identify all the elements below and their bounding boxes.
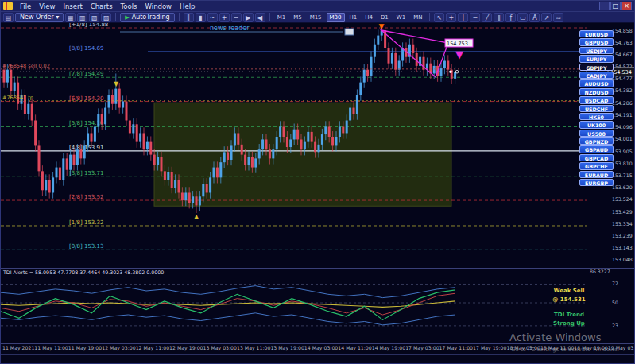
news-reader-icon[interactable]: [345, 29, 354, 35]
zoom-out-icon[interactable]: −: [231, 13, 242, 22]
symbol-button-usdchf[interactable]: USDCHF: [579, 105, 614, 112]
new-chart-icon[interactable]: ▤: [3, 13, 14, 22]
menu-help[interactable]: Help: [176, 2, 199, 10]
profiles-icon[interactable]: ▦: [65, 13, 76, 22]
close-button[interactable]: ×: [621, 2, 632, 10]
shapes-icon[interactable]: ▭: [517, 13, 528, 22]
time-axis[interactable]: 11 May 202111 May 11:0011 May 19:0012 Ma…: [2, 345, 585, 350]
time-axis-label: 11 May 2021: [2, 345, 34, 350]
tdi-rsi-price-line: [1, 290, 455, 320]
symbol-button-hk50[interactable]: HK50: [579, 113, 614, 120]
terminal-icon[interactable]: ▨: [101, 13, 111, 22]
peak-arrow[interactable]: ▼: [379, 23, 385, 30]
price-axis-label: 153.905: [612, 149, 633, 154]
chart-window[interactable]: [+1/8] 154.88[8/8] 154.69[7/8] 154.49[6/…: [1, 23, 635, 364]
price-axis-label: 154.191: [612, 112, 633, 118]
symbol-button-uk100[interactable]: UK100: [579, 121, 614, 128]
magenta-signal-arrow[interactable]: ▼: [455, 48, 463, 60]
trendline-icon[interactable]: ╱: [482, 13, 492, 22]
arrows-icon[interactable]: ↗: [541, 13, 552, 22]
symbol-button-gbpnzd[interactable]: GBPNZD: [579, 137, 614, 145]
autotrading-button[interactable]: ▶AutoTrading: [120, 13, 174, 22]
symbol-button-cadjpy[interactable]: CADJPY: [579, 72, 614, 79]
symbol-button-usdjpy[interactable]: USDJPY: [579, 47, 614, 54]
symbol-button-eurjpy[interactable]: EURJPY: [579, 55, 614, 62]
time-axis-label: 17 May 03:00: [405, 345, 439, 350]
maximize-button[interactable]: □: [610, 2, 621, 10]
timeframe-d1[interactable]: D1: [378, 13, 392, 22]
chart-shift-icon[interactable]: ◀: [255, 13, 265, 22]
timeframe-m15[interactable]: M15: [307, 13, 325, 22]
tdi-lower-band: [1, 313, 455, 325]
timeframe-m30[interactable]: M30: [327, 13, 345, 22]
time-axis-label: 14 May 19:00: [372, 345, 405, 350]
menu-file[interactable]: File: [16, 2, 35, 10]
tdi-level-label: 50: [612, 300, 618, 305]
menu-items: FileViewInsertChartsToolsWindowHelp: [16, 2, 199, 10]
symbol-button-eurusd[interactable]: EURUSD: [579, 30, 614, 37]
vertical-line-icon[interactable]: │: [458, 13, 468, 22]
minimize-button[interactable]: —: [599, 2, 610, 10]
murrey-level-label: [2/8] 153.52: [69, 194, 103, 200]
crosshair-icon[interactable]: +: [446, 13, 456, 22]
navigator-icon[interactable]: ▧: [89, 13, 99, 22]
timeframe-h1[interactable]: H1: [347, 13, 361, 22]
timeframe-m5[interactable]: M5: [290, 13, 305, 22]
symbol-button-usdcad[interactable]: USDCAD: [579, 96, 614, 103]
current-price-tag-label: 154.534: [610, 69, 632, 76]
price-axis-label: 154.382: [612, 87, 633, 93]
menu-charts[interactable]: Charts: [87, 2, 117, 10]
symbol-button-gbpjpy[interactable]: GBPJPY: [579, 64, 614, 71]
menu-insert[interactable]: Insert: [59, 2, 86, 10]
bar-chart-icon[interactable]: ║: [184, 13, 194, 22]
time-axis-label: 11 May 19:00: [68, 345, 102, 350]
horizontal-line-icon[interactable]: ─: [470, 13, 480, 22]
symbol-button-us500[interactable]: US500: [579, 130, 614, 137]
timeframe-h4[interactable]: H4: [362, 13, 376, 22]
menu-tools[interactable]: Tools: [117, 2, 141, 10]
indicators-icon[interactable]: ≈: [553, 13, 563, 22]
tdi-scale-top-label: 86.3227: [590, 269, 610, 274]
time-axis-label: 14 May 11:00: [338, 345, 371, 350]
line-chart-icon[interactable]: ~: [207, 13, 218, 22]
timeframe-w1[interactable]: W1: [393, 13, 408, 22]
symbol-button-gbpcad[interactable]: GBPCAD: [579, 154, 614, 161]
timeframe-mn[interactable]: MN: [410, 13, 425, 22]
range-box[interactable]: [154, 103, 451, 206]
new-order-button[interactable]: New Order ▾: [15, 13, 64, 22]
murrey-level-label: [3/8] 153.71: [69, 170, 103, 176]
auto-scroll-icon[interactable]: ▶: [243, 13, 254, 22]
price-axis-label: 153.143: [612, 245, 633, 250]
tdi-upper-band: [1, 286, 455, 298]
fibonacci-icon[interactable]: ƒ: [505, 13, 516, 22]
murrey-level-label: [+1/8] 154.88: [69, 23, 108, 28]
candlestick-chart-icon[interactable]: ▮: [196, 13, 206, 22]
autotrading-play-icon: ▶: [125, 14, 129, 21]
text-label-icon[interactable]: A: [529, 13, 540, 22]
symbol-button-nzdusd[interactable]: NZDUSD: [579, 88, 614, 95]
buy-signal-arrow[interactable]: ▲: [194, 213, 199, 220]
murrey-level-label: [1/8] 153.32: [69, 219, 103, 226]
time-axis-label: 12 May 19:00: [169, 345, 203, 350]
zoom-in-icon[interactable]: +: [219, 13, 230, 22]
news-reader-label[interactable]: news reader: [210, 25, 250, 32]
symbol-button-audusd[interactable]: AUDUSD: [579, 79, 614, 87]
symbol-button-gbpchf[interactable]: GBPCHF: [579, 162, 614, 169]
sell-signal-arrow[interactable]: ▼: [114, 80, 119, 87]
symbol-button-gbpaud[interactable]: GBPAUD: [579, 145, 614, 153]
toolbar-separator: [269, 13, 270, 21]
symbol-button-euraud[interactable]: EURAUD: [579, 171, 614, 178]
cursor-icon[interactable]: ↖: [434, 13, 444, 22]
menu-window[interactable]: Window: [141, 2, 176, 10]
order-label: #768548 sell 0.02: [2, 63, 50, 69]
price-axis-label: 154.667: [612, 52, 633, 57]
market-watch-icon[interactable]: ▥: [77, 13, 87, 22]
menu-view[interactable]: View: [35, 2, 59, 10]
symbol-button-eurgbp[interactable]: EURGBP: [579, 179, 614, 186]
price-axis-label: 153.620: [612, 184, 633, 190]
chart-canvas[interactable]: [+1/8] 154.88[8/8] 154.69[7/8] 154.49[6/…: [1, 23, 635, 364]
price-axis-label: 154.286: [612, 100, 633, 106]
timeframe-m1[interactable]: M1: [274, 13, 289, 22]
symbol-button-gbpusd[interactable]: GBPUSD: [579, 38, 614, 45]
equidistant-channel-icon[interactable]: ∥: [494, 13, 504, 22]
